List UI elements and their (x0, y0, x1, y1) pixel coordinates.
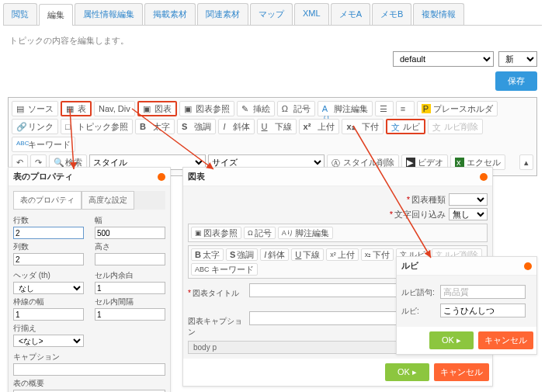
cols-input[interactable] (13, 253, 84, 265)
m-kw[interactable]: ABCキーワード (191, 263, 258, 276)
height-label: 高さ (95, 241, 165, 252)
save-button[interactable]: 保存 (495, 71, 537, 91)
table-button[interactable]: ▦表 (61, 101, 92, 116)
topicref-button[interactable]: □トピック参照 (61, 119, 133, 134)
cellpad-input[interactable] (95, 282, 165, 294)
tab-edit[interactable]: 編集 (39, 4, 73, 26)
main-tabs: 閲覧 編集 属性情報編集 掲載素材 関連素材 マップ XML メモA メモB 複… (3, 3, 542, 26)
ok-button[interactable]: OK ▸ (429, 331, 474, 349)
symbol-button[interactable]: Ω記号 (277, 101, 315, 116)
m-strong[interactable]: S強調 (226, 248, 258, 261)
listnum-icon: ≡ (401, 104, 410, 113)
caption-label: キャプション (13, 352, 165, 363)
cancel-button[interactable]: キャンセル (434, 363, 489, 381)
tab-xml[interactable]: XML (294, 3, 329, 25)
figure-button[interactable]: ▣図表 (137, 101, 177, 116)
subtab-advanced[interactable]: 高度な設定 (82, 191, 134, 210)
m-bold[interactable]: B太字 (191, 248, 224, 261)
tab-memoa[interactable]: メモA (331, 3, 370, 25)
figref-button[interactable]: ▣図表参照 (179, 101, 234, 116)
placeholder-button[interactable]: Pプレースホルダ (417, 101, 498, 116)
m-sym[interactable]: Ω記号 (244, 227, 276, 239)
styledel-icon: Ⓐ (332, 158, 341, 167)
footnote-icon: Aり (322, 104, 332, 113)
video-icon: ▶ (406, 158, 415, 167)
wrap-select[interactable]: 無し (449, 208, 488, 220)
editor-toolbar: ▤ソース ▦表 Nav, Div ▣図表 ▣図表参照 ✎挿絵 Ω記号 Aり脚注編… (8, 97, 537, 176)
header-label: ヘッダ (th) (13, 270, 84, 281)
border-label: 枠線の幅 (13, 297, 84, 307)
link-icon: 🔗 (16, 122, 26, 131)
m-italic[interactable]: I斜体 (260, 248, 289, 261)
align-select[interactable]: <なし> (13, 335, 84, 347)
insert-button[interactable]: ✎挿絵 (237, 101, 275, 116)
m-foot[interactable]: Aり脚注編集 (278, 227, 333, 239)
search-icon: 🔍 (54, 158, 63, 167)
close-icon[interactable] (158, 173, 165, 181)
mode-select[interactable]: default (393, 51, 494, 67)
tab-media[interactable]: 掲載素材 (144, 3, 196, 25)
figtype-select[interactable] (449, 193, 488, 206)
rows-input[interactable] (13, 227, 84, 239)
undo-icon: ↶ (16, 158, 23, 168)
width-input[interactable] (95, 227, 165, 239)
sub-button[interactable]: x₂ 下付 (342, 119, 383, 134)
height-input[interactable] (95, 253, 165, 265)
symbol-icon: Ω (282, 104, 291, 113)
subtab-props[interactable]: 表のプロパティ (13, 191, 82, 210)
m-sup[interactable]: x²上付 (326, 248, 359, 261)
underline-button[interactable]: U 下線 (257, 119, 297, 134)
footnote-button[interactable]: Aり脚注編集 (318, 101, 373, 116)
m-ul[interactable]: U下線 (291, 248, 324, 261)
m-figref[interactable]: ▣図表参照 (191, 227, 241, 239)
cancel-button[interactable]: キャンセル (478, 331, 533, 349)
wrap-label: 文字回り込み (390, 209, 446, 220)
m-sub[interactable]: x₂下付 (361, 248, 394, 261)
list-button[interactable]: ☰ (375, 101, 394, 116)
cellpad-label: セル内余白 (95, 270, 165, 281)
tab-related[interactable]: 関連素材 (197, 3, 248, 25)
sup-button[interactable]: x² 上付 (299, 119, 340, 134)
ruby-button[interactable]: 文ルビ (386, 119, 425, 134)
ruby-word-input[interactable] (440, 285, 526, 299)
italic-button[interactable]: I 斜体 (218, 119, 254, 134)
table-properties-panel: 表のプロパティ 表のプロパティ 高度な設定 行数 列数 幅 高さ ヘッダ (th… (8, 167, 171, 392)
collapse-button[interactable]: ▴ (519, 154, 533, 170)
align-label: 行揃え (13, 323, 84, 334)
caption-input[interactable] (13, 363, 165, 376)
rubydel-button[interactable]: 文ルビ削除 (428, 119, 483, 134)
tab-view[interactable]: 閲覧 (3, 3, 37, 25)
navdiv-button[interactable]: Nav, Div (94, 101, 135, 116)
header-select[interactable]: なし (13, 282, 84, 294)
rows-label: 行数 (13, 215, 84, 226)
ruby-rb-input[interactable] (440, 304, 526, 317)
ok-button[interactable]: OK ▸ (385, 363, 429, 381)
figcap-label: 図表キャプション (188, 311, 243, 338)
border-input[interactable] (13, 308, 84, 321)
new-select[interactable]: 新規 (498, 51, 537, 67)
ruby-icon: 文 (391, 122, 401, 131)
strong-button[interactable]: S 強調 (177, 119, 216, 134)
close-icon[interactable] (524, 262, 532, 270)
tab-map[interactable]: マップ (250, 3, 293, 25)
topicref-icon: □ (65, 122, 75, 131)
cellspace-input[interactable] (95, 308, 165, 321)
tab-memob[interactable]: メモB (372, 3, 411, 25)
figtitle-label: 図表タイトル (188, 283, 243, 299)
ruby-rb-label: ルビ: (401, 306, 440, 317)
source-button[interactable]: ▤ソース (12, 101, 58, 116)
listnum-button[interactable]: ≡ (396, 101, 415, 116)
panel-title: ルビ (401, 260, 418, 272)
tab-attr[interactable]: 属性情報編集 (75, 3, 143, 25)
panel-title: 図表 (188, 171, 205, 182)
keyword-button[interactable]: ABCキーワード (12, 137, 75, 152)
keyword-icon: ABC (16, 140, 26, 149)
link-button[interactable]: 🔗リンク (12, 119, 58, 134)
bold-button[interactable]: B 太字 (135, 119, 175, 134)
panel-title: 表のプロパティ (13, 171, 73, 182)
chevron-up-icon: ▴ (524, 158, 529, 168)
close-icon[interactable] (480, 173, 488, 181)
width-label: 幅 (95, 215, 165, 226)
tab-duplicate[interactable]: 複製情報 (413, 3, 464, 25)
cellspace-label: セル内間隔 (95, 297, 165, 307)
